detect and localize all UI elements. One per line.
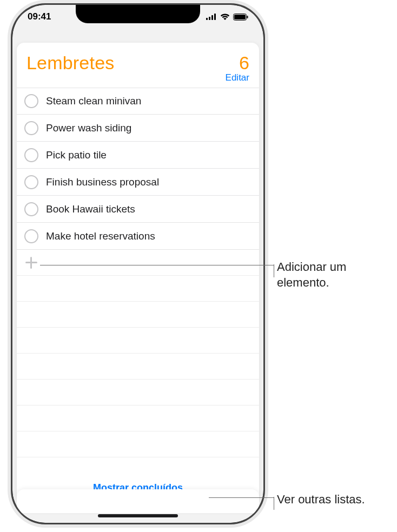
screen: 09:41 Lembretes 6 Editar xyxy=(12,5,263,523)
callout-leader-line xyxy=(209,497,274,498)
svg-rect-3 xyxy=(214,14,216,20)
empty-row xyxy=(17,431,259,457)
reminder-row[interactable]: Book Hawaii tickets xyxy=(17,196,259,223)
empty-row xyxy=(17,354,259,380)
callout-text: Adicionar um elemento. xyxy=(277,260,346,289)
reminder-row[interactable]: Power wash siding xyxy=(17,115,259,142)
svg-rect-1 xyxy=(209,17,210,20)
cellular-signal-icon xyxy=(206,14,217,20)
card-header: Lembretes 6 Editar xyxy=(17,43,259,88)
checkbox-circle-icon[interactable] xyxy=(24,229,38,243)
reminder-count: 6 xyxy=(226,52,249,74)
callout-add-item: Adicionar um elemento. xyxy=(277,260,391,290)
svg-rect-0 xyxy=(206,18,208,20)
reminder-row[interactable]: Steam clean minivan xyxy=(17,88,259,115)
empty-row xyxy=(17,328,259,354)
checkbox-circle-icon[interactable] xyxy=(24,202,38,216)
reminder-text[interactable]: Finish business proposal xyxy=(46,176,159,188)
reminder-list: Steam clean minivan Power wash siding Pi… xyxy=(17,88,259,474)
reminder-text[interactable]: Steam clean minivan xyxy=(46,95,141,107)
callout-leader-line xyxy=(40,265,274,265)
reminders-card: Lembretes 6 Editar Steam clean minivan P… xyxy=(17,43,259,501)
add-reminder-row[interactable] xyxy=(17,250,259,276)
status-right xyxy=(206,14,248,21)
edit-button[interactable]: Editar xyxy=(226,72,249,83)
reminder-text[interactable]: Power wash siding xyxy=(46,122,131,134)
checkbox-circle-icon[interactable] xyxy=(24,94,38,108)
lists-drawer[interactable] xyxy=(17,489,259,513)
empty-row xyxy=(17,380,259,405)
reminder-row[interactable]: Make hotel reservations xyxy=(17,223,259,250)
callout-text: Ver outras listas. xyxy=(277,493,365,506)
reminder-row[interactable]: Pick patio tile xyxy=(17,142,259,169)
wifi-icon xyxy=(220,14,230,20)
empty-row xyxy=(17,405,259,431)
empty-row xyxy=(17,302,259,328)
battery-icon xyxy=(233,14,248,21)
reminder-text[interactable]: Pick patio tile xyxy=(46,149,107,161)
reminder-text[interactable]: Book Hawaii tickets xyxy=(46,203,135,215)
svg-rect-6 xyxy=(247,16,248,18)
svg-rect-2 xyxy=(211,15,213,20)
list-title: Lembretes xyxy=(27,52,114,74)
plus-icon[interactable] xyxy=(24,256,38,270)
reminder-text[interactable]: Make hotel reservations xyxy=(46,230,155,242)
svg-rect-5 xyxy=(234,15,246,19)
callout-other-lists: Ver outras listas. xyxy=(277,492,391,508)
status-time: 09:41 xyxy=(28,11,51,22)
empty-row xyxy=(17,276,259,302)
checkbox-circle-icon[interactable] xyxy=(24,121,38,135)
reminder-row[interactable]: Finish business proposal xyxy=(17,169,259,196)
checkbox-circle-icon[interactable] xyxy=(24,148,38,162)
phone-frame: 09:41 Lembretes 6 Editar xyxy=(11,3,265,524)
notch xyxy=(76,5,200,23)
checkbox-circle-icon[interactable] xyxy=(24,175,38,189)
home-indicator[interactable] xyxy=(98,514,178,517)
